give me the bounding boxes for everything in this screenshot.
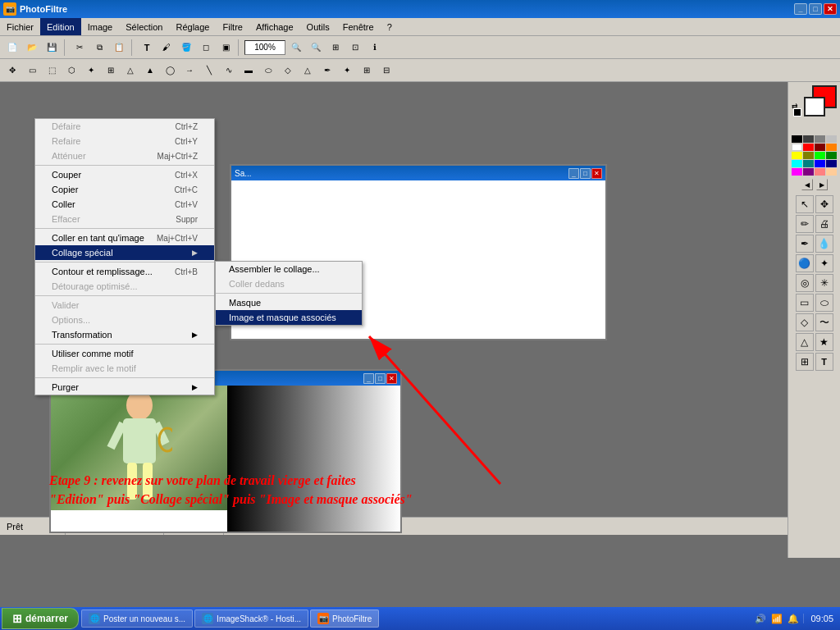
menu-defaire[interactable]: Défaire Ctrl+Z xyxy=(35,119,214,134)
palette-red[interactable] xyxy=(803,144,814,151)
tb2-star[interactable]: ✦ xyxy=(338,62,356,80)
palette-orange[interactable] xyxy=(826,144,837,151)
menu-effacer[interactable]: Effacer Suppr xyxy=(35,212,214,226)
tb-eraser[interactable]: ◻ xyxy=(197,39,215,57)
menu-transformation[interactable]: Transformation ▶ xyxy=(35,327,214,342)
maximize-button[interactable]: □ xyxy=(809,3,822,15)
tb2-rect2[interactable]: ▬ xyxy=(240,62,258,80)
tb2-line[interactable]: ╲ xyxy=(200,62,218,80)
tool-eyedrop[interactable]: 💧 xyxy=(815,235,833,253)
img-maximize-2[interactable]: □ xyxy=(375,373,386,384)
tb2-diam[interactable]: ◇ xyxy=(279,62,297,80)
img-maximize-1[interactable]: □ xyxy=(580,168,591,179)
tb2-lasso[interactable]: ⬚ xyxy=(43,62,61,80)
tb-brush[interactable]: 🖌 xyxy=(158,39,176,57)
palette-cyan[interactable] xyxy=(792,160,802,167)
menu-purger[interactable]: Purger ▶ xyxy=(35,380,214,395)
tb-zoom-out[interactable]: 🔍 xyxy=(287,39,305,57)
default-colors-icon[interactable] xyxy=(793,108,801,116)
submenu-image-masque[interactable]: Image et masque associés xyxy=(216,310,362,325)
palette-dyellow[interactable] xyxy=(803,152,814,159)
menu-fichier[interactable]: Fichier xyxy=(0,18,40,35)
palette-purple[interactable] xyxy=(803,168,814,176)
tb2-circle[interactable]: ◯ xyxy=(161,62,179,80)
tb2-grid2[interactable]: ⊟ xyxy=(377,62,395,80)
palette-blue[interactable] xyxy=(815,160,825,167)
tb2-triangle[interactable]: △ xyxy=(121,62,139,80)
palette-skin[interactable] xyxy=(826,168,837,176)
tool-tri4[interactable]: △ xyxy=(796,333,814,351)
tb-info[interactable]: ℹ xyxy=(366,39,384,57)
tb2-curve[interactable]: ∿ xyxy=(220,62,238,80)
menu-attenuer[interactable]: Atténuer Maj+Ctrl+Z xyxy=(35,148,214,163)
palette-dred[interactable] xyxy=(815,144,825,151)
menu-coller-image[interactable]: Coller en tant qu'image Maj+Ctrl+V xyxy=(35,231,214,245)
tb2-tri3[interactable]: △ xyxy=(299,62,317,80)
tb-select[interactable]: ▣ xyxy=(217,39,235,57)
tool-star2[interactable]: ★ xyxy=(815,333,833,351)
menu-fenetre[interactable]: Fenêtre xyxy=(336,18,381,35)
tool-sharp[interactable]: ✳ xyxy=(815,274,833,292)
taskbar-imageshack[interactable]: 🌐 ImageShack® - Hosti... xyxy=(194,609,308,628)
menu-copier[interactable]: Copier Ctrl+C xyxy=(35,182,214,197)
tool-pointer[interactable]: ↖ xyxy=(796,195,814,213)
palette-magenta[interactable] xyxy=(792,168,802,176)
tb-cut[interactable]: ✂ xyxy=(71,39,89,57)
menu-contour[interactable]: Contour et remplissage... Ctrl+B xyxy=(35,264,214,279)
tool-grid3[interactable]: ⊞ xyxy=(796,353,814,371)
zoom-input[interactable]: 100% xyxy=(244,40,285,55)
taskbar-poster[interactable]: 🌐 Poster un nouveau s... xyxy=(81,609,193,628)
menu-reglage[interactable]: Réglage xyxy=(170,18,217,35)
tool-ellipse2[interactable]: ⬭ xyxy=(815,294,833,312)
tb2-crop[interactable]: ⊞ xyxy=(102,62,120,80)
menu-utiliser-motif[interactable]: Utiliser comme motif xyxy=(35,346,214,361)
menu-couper[interactable]: Couper Ctrl+X xyxy=(35,167,214,182)
tool-brush2[interactable]: ✏ xyxy=(796,215,814,233)
palette-yellow[interactable] xyxy=(792,152,802,159)
tb2-grid[interactable]: ⊞ xyxy=(358,62,376,80)
tool-move[interactable]: ✥ xyxy=(815,195,833,213)
img-minimize-1[interactable]: _ xyxy=(568,168,579,179)
palette-white[interactable] xyxy=(792,144,802,151)
menu-outils[interactable]: Outils xyxy=(300,18,336,35)
menu-coller[interactable]: Coller Ctrl+V xyxy=(35,197,214,212)
tb-new[interactable]: 📄 xyxy=(3,39,21,57)
tb2-ellipse[interactable]: ⬭ xyxy=(259,62,277,80)
tb2-move[interactable]: ✥ xyxy=(3,62,21,80)
minimize-button[interactable]: _ xyxy=(794,3,807,15)
menu-refaire[interactable]: Refaire Ctrl+Y xyxy=(35,134,214,148)
tool-drop[interactable]: 🔵 xyxy=(796,254,814,272)
tb-fit[interactable]: ⊞ xyxy=(326,39,345,57)
palette-scroll-left[interactable]: ◀ xyxy=(801,179,813,190)
tb2-pen[interactable]: ✒ xyxy=(318,62,336,80)
tb2-triangle2[interactable]: ▲ xyxy=(141,62,159,80)
tool-effect[interactable]: ✦ xyxy=(815,254,833,272)
palette-green[interactable] xyxy=(815,152,825,159)
menu-remplir-motif[interactable]: Remplir avec le motif xyxy=(35,361,214,376)
palette-dblue[interactable] xyxy=(826,160,837,167)
menu-image[interactable]: Image xyxy=(81,18,120,35)
bg-color-box[interactable] xyxy=(804,97,825,116)
tb2-magic[interactable]: ✦ xyxy=(82,62,100,80)
menu-options[interactable]: Options... xyxy=(35,313,214,327)
menu-filtre[interactable]: Filtre xyxy=(216,18,249,35)
tb-copy[interactable]: ⧉ xyxy=(90,39,108,57)
tb-paste[interactable]: 📋 xyxy=(110,39,128,57)
img-close-1[interactable]: ✕ xyxy=(591,168,602,179)
tool-diam2[interactable]: ◇ xyxy=(796,313,814,331)
tb-open[interactable]: 📂 xyxy=(23,39,41,57)
palette-dgreen[interactable] xyxy=(826,152,837,159)
menu-detourage[interactable]: Détourage optimisé... xyxy=(35,279,214,294)
tb2-rect[interactable]: ▭ xyxy=(23,62,41,80)
tb-zoom-in[interactable]: 🔍 xyxy=(307,39,325,57)
palette-dgray[interactable] xyxy=(803,135,814,143)
close-button[interactable]: ✕ xyxy=(824,3,837,15)
tool-free[interactable]: 〜 xyxy=(815,313,833,331)
menu-collage-special[interactable]: Collage spécial ▶ xyxy=(35,245,214,260)
menu-affichage[interactable]: Affichage xyxy=(249,18,300,35)
palette-lgray[interactable] xyxy=(826,135,837,143)
tb-fill[interactable]: 🪣 xyxy=(177,39,195,57)
menu-edition[interactable]: Edition xyxy=(40,18,81,35)
start-button[interactable]: ⊞ démarrer xyxy=(2,608,79,629)
tb-actual[interactable]: ⊡ xyxy=(346,39,364,57)
